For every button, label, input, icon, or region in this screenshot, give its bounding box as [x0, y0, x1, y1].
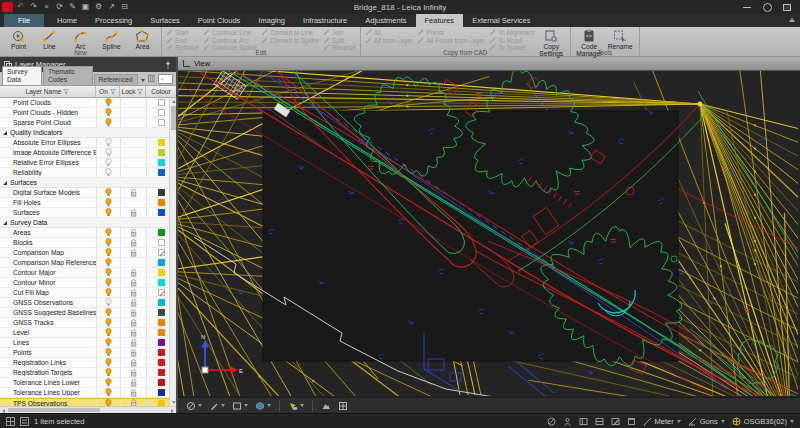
panel-tab-thematic-codes[interactable]: Thematic Codes	[43, 66, 93, 85]
device-icon[interactable]: ▣	[80, 2, 91, 12]
ribbon-tab-surfaces[interactable]: Surfaces	[141, 14, 189, 27]
layer-row-comparison-map-reference-planes[interactable]: Comparison Map Reference Planes	[0, 258, 176, 268]
visibility-bulb-on-icon[interactable]	[105, 118, 112, 127]
layer-row-cut-fill-map[interactable]: Cut Fill Map	[0, 288, 176, 298]
view-tool-stored-views[interactable]	[336, 400, 350, 412]
unlock-icon[interactable]	[130, 299, 138, 307]
visibility-bulb-on-icon[interactable]	[105, 258, 112, 267]
unlock-icon[interactable]	[130, 339, 138, 347]
gnss-status-icon[interactable]	[563, 417, 572, 426]
ribbon-button-continue-arc[interactable]: Continue Arc	[202, 37, 258, 45]
ribbon-button-convert-to-spline[interactable]: Convert to Spline	[260, 37, 320, 45]
ribbon-tab-file[interactable]: File	[4, 14, 44, 27]
layer-row-blocks[interactable]: Blocks	[0, 238, 176, 248]
layer-row-sparse-point-cloud[interactable]: Sparse Point Cloud	[0, 118, 176, 128]
crs-dropdown[interactable]: OSGB36(02)	[732, 417, 794, 426]
refresh-icon[interactable]: ⟳	[54, 2, 65, 12]
ribbon-collapse-icon[interactable]	[789, 18, 795, 22]
pin-icon[interactable]	[164, 61, 172, 69]
ribbon-tab-point-clouds[interactable]: Point Clouds	[189, 14, 250, 27]
snap-off-icon[interactable]	[547, 417, 556, 426]
colour-chip[interactable]	[158, 339, 165, 346]
layer-row-level[interactable]: Level	[0, 328, 176, 338]
visibility-bulb-off-icon[interactable]	[105, 148, 112, 157]
archive-icon[interactable]	[627, 417, 636, 426]
view-header[interactable]: View	[178, 57, 800, 71]
visibility-bulb-on-icon[interactable]	[105, 288, 112, 297]
unlock-icon[interactable]	[130, 279, 138, 287]
unlock-icon[interactable]	[130, 249, 138, 257]
colour-chip[interactable]	[158, 169, 165, 176]
colour-chip[interactable]	[158, 199, 165, 206]
layer-row-reliability[interactable]: Reliability	[0, 168, 176, 178]
colour-chip[interactable]	[158, 309, 165, 316]
ribbon-button-all-from-layer[interactable]: All from Layer	[364, 37, 414, 45]
visibility-bulb-on-icon[interactable]	[105, 358, 112, 367]
colour-chip[interactable]	[158, 229, 165, 236]
visibility-bulb-on-icon[interactable]	[105, 238, 112, 247]
colour-chip[interactable]	[158, 389, 165, 396]
layer-group-quality-indicators[interactable]: Quality Indicators	[0, 128, 176, 138]
unlock-icon[interactable]	[130, 309, 138, 317]
layer-row-comparison-map[interactable]: Comparison Map	[0, 248, 176, 258]
layer-search-input[interactable]	[166, 76, 170, 83]
ribbon-button-end[interactable]: End	[165, 37, 200, 45]
colour-chip[interactable]	[158, 269, 165, 276]
colour-chip[interactable]	[158, 299, 165, 306]
layer-row-tolerance-lines-upper[interactable]: Tolerance Lines Upper	[0, 388, 176, 398]
panel-tab-referenced[interactable]: Referenced	[94, 74, 138, 85]
layer-row-points[interactable]: Points	[0, 348, 176, 358]
ribbon-tab-external-services[interactable]: External Services	[463, 14, 539, 27]
layer-row-tps-observations[interactable]: TPS Observations	[0, 398, 176, 406]
unlock-icon[interactable]	[130, 189, 138, 197]
colour-chip[interactable]	[158, 319, 165, 326]
colour-chip-empty[interactable]	[158, 99, 165, 106]
minimize-button[interactable]	[742, 3, 752, 11]
ribbon-button-points[interactable]: Points	[416, 29, 486, 37]
settings-icon[interactable]: ⚙	[93, 2, 104, 12]
layer-row-point-clouds[interactable]: Point Clouds	[0, 98, 176, 108]
expander-icon[interactable]	[3, 131, 7, 135]
layer-row-gnss-tracks[interactable]: GNSS Tracks	[0, 318, 176, 328]
layer-row-gnss-observations[interactable]: GNSS Observations	[0, 298, 176, 308]
layer-row-registration-links[interactable]: Registration Links	[0, 358, 176, 368]
layer-group-survey-data[interactable]: Survey Data	[0, 218, 176, 228]
layer-row-point-clouds-hidden[interactable]: Point Clouds - Hidden	[0, 108, 176, 118]
unlock-icon[interactable]	[130, 359, 138, 367]
layer-row-digital-surface-models[interactable]: Digital Surface Models	[0, 188, 176, 198]
layer-row-surfaces[interactable]: Surfaces	[0, 208, 176, 218]
colour-chip[interactable]	[158, 379, 165, 386]
cad-viewport[interactable]: NE	[178, 71, 800, 397]
visibility-bulb-on-icon[interactable]	[105, 268, 112, 277]
column-header-lock[interactable]: Lock	[122, 88, 136, 95]
colour-chip[interactable]	[158, 139, 165, 146]
visibility-bulb-on-icon[interactable]	[105, 208, 112, 217]
ribbon-button-all-points-from-layer[interactable]: All Points from Layer	[416, 37, 486, 45]
ribbon-button-convert-to-line[interactable]: Convert to Line	[260, 29, 320, 37]
ribbon-button-all[interactable]: All	[364, 29, 414, 37]
visibility-bulb-on-icon[interactable]	[105, 98, 112, 107]
ribbon-tab-adjustments[interactable]: Adjustments	[356, 14, 415, 27]
view-tool-point-cloud-select[interactable]	[286, 400, 306, 412]
layer-row-fill-holes[interactable]: Fill Holes	[0, 198, 176, 208]
visibility-bulb-off-icon[interactable]	[105, 138, 112, 147]
unlock-icon[interactable]	[130, 269, 138, 277]
visibility-bulb-on-icon[interactable]	[105, 308, 112, 317]
visibility-bulb-on-icon[interactable]	[105, 248, 112, 257]
layer-search-box[interactable]	[158, 74, 173, 84]
unlock-icon[interactable]	[130, 399, 138, 406]
restore-button[interactable]	[782, 3, 792, 11]
visibility-bulb-off-icon[interactable]	[105, 158, 112, 167]
ribbon-button-start[interactable]: Start	[165, 29, 200, 37]
ribbon-tab-imaging[interactable]: Imaging	[249, 14, 294, 27]
visibility-bulb-on-icon[interactable]	[105, 198, 112, 207]
filter-funnel-icon[interactable]	[63, 89, 69, 95]
angle-unit-dropdown[interactable]: Gons	[688, 417, 725, 426]
visibility-bulb-on-icon[interactable]	[105, 338, 112, 347]
tab-overflow-icon[interactable]	[141, 79, 145, 82]
vertical-scrollbar[interactable]	[169, 98, 176, 406]
column-chooser-icon[interactable]	[148, 74, 155, 83]
colour-chip[interactable]	[158, 349, 165, 356]
ribbon-button-split[interactable]: Split	[322, 37, 357, 45]
unlock-icon[interactable]	[130, 369, 138, 377]
